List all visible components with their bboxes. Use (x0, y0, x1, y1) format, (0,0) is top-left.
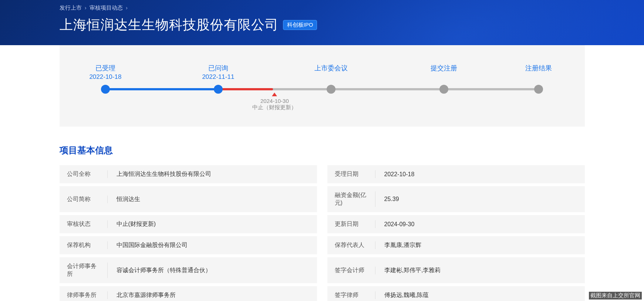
info-row: 会计师事务所 容诚会计师事务所（特殊普通合伙） (60, 257, 317, 283)
timeline-card: 已受理 2022-10-18 已问询 2022-11-11 上市委会议 提交注册… (60, 45, 585, 127)
info-row: 公司全称 上海恒润达生生物科技股份有限公司 (60, 165, 317, 183)
info-row: 公司简称 恒润达生 (60, 186, 317, 212)
info-label: 签字律师 (335, 291, 375, 299)
info-label: 审核状态 (67, 220, 108, 228)
info-label: 保荐代表人 (335, 241, 375, 249)
timeline-step-3: 上市委会议 (301, 64, 361, 73)
info-label: 公司简称 (67, 195, 108, 203)
step-label: 已问询 (189, 64, 248, 73)
info-row: 更新日期 2024-09-30 (327, 215, 585, 233)
step-date: 2022-11-11 (189, 73, 248, 81)
info-label: 受理日期 (335, 170, 375, 178)
info-label: 更新日期 (335, 220, 375, 228)
info-label: 会计师事务所 (67, 262, 108, 278)
step-label: 已受理 (76, 64, 135, 73)
info-value: 傅扬远,魏曦,陈蕴 (375, 291, 577, 299)
info-row: 融资金额(亿元) 25.39 (327, 186, 585, 212)
info-value: 容诚会计师事务所（特殊普通合伙） (108, 267, 310, 274)
info-value: 2022-10-18 (375, 171, 577, 178)
info-row: 受理日期 2022-10-18 (327, 165, 585, 183)
info-value: 2024-09-30 (375, 221, 577, 228)
info-label: 融资金额(亿元) (335, 191, 375, 207)
timeline-step-5: 注册结果 (509, 64, 568, 73)
info-row: 签字律师 傅扬远,魏曦,陈蕴 (327, 286, 585, 301)
chevron-right-icon: › (85, 4, 87, 11)
triangle-up-icon (272, 93, 277, 96)
info-value: 李胤康,潘宗辉 (375, 241, 577, 249)
info-row: 保荐机构 中国国际金融股份有限公司 (60, 236, 317, 254)
basic-info-grid: 公司全称 上海恒润达生生物科技股份有限公司 受理日期 2022-10-18 公司… (60, 165, 585, 301)
marker-date: 2024-10-30 (252, 98, 297, 104)
info-value: 恒润达生 (108, 195, 310, 203)
step-label: 提交注册 (414, 64, 473, 73)
step-label: 上市委会议 (301, 64, 361, 73)
timeline-step-4: 提交注册 (414, 64, 473, 73)
timeline-dot-2 (214, 85, 223, 94)
timeline-dot-3 (327, 85, 336, 94)
page-title: 上海恒润达生生物科技股份有限公司 (60, 16, 279, 34)
info-value: 李建彬,郑伟平,李雅莉 (375, 267, 577, 274)
timeline-step-2: 已问询 2022-11-11 (189, 64, 248, 81)
timeline-track-done (104, 88, 217, 90)
step-date: 2022-10-18 (76, 73, 135, 81)
info-value: 上海恒润达生生物科技股份有限公司 (108, 170, 310, 178)
breadcrumb-item-2[interactable]: 审核项目动态 (90, 4, 123, 11)
timeline-track-stopped (217, 88, 273, 90)
info-value: 中止(财报更新) (108, 220, 310, 228)
timeline-dot-5 (534, 85, 543, 94)
screenshot-source-note: 截图来自上交所官网 (589, 292, 642, 300)
marker-status: 中止（财报更新） (252, 104, 297, 111)
timeline-dot-1 (101, 85, 110, 94)
info-label: 签字会计师 (335, 267, 375, 274)
page-header: 发行上市 › 审核项目动态 › 上海恒润达生生物科技股份有限公司 科创板IPO (0, 0, 644, 45)
info-value: 中国国际金融股份有限公司 (108, 241, 310, 249)
info-value: 25.39 (375, 196, 577, 203)
info-value: 北京市嘉源律师事务所 (108, 291, 310, 299)
breadcrumb: 发行上市 › 审核项目动态 › (60, 4, 585, 11)
timeline-status-marker: 2024-10-30 中止（财报更新） (252, 93, 297, 111)
breadcrumb-item-1[interactable]: 发行上市 (60, 4, 82, 11)
ipo-timeline: 已受理 2022-10-18 已问询 2022-11-11 上市委会议 提交注册… (97, 64, 548, 116)
info-label: 保荐机构 (67, 241, 108, 249)
info-label: 律师事务所 (67, 291, 108, 299)
info-row: 律师事务所 北京市嘉源律师事务所 (60, 286, 317, 301)
timeline-dot-4 (439, 85, 448, 94)
info-row: 签字会计师 李建彬,郑伟平,李雅莉 (327, 257, 585, 283)
board-badge: 科创板IPO (283, 20, 317, 30)
info-label: 公司全称 (67, 170, 108, 178)
timeline-step-1: 已受理 2022-10-18 (76, 64, 135, 81)
info-row: 保荐代表人 李胤康,潘宗辉 (327, 236, 585, 254)
section-title-basic-info: 项目基本信息 (60, 144, 585, 156)
step-label: 注册结果 (509, 64, 568, 73)
info-row: 审核状态 中止(财报更新) (60, 215, 317, 233)
chevron-right-icon: › (126, 4, 128, 11)
